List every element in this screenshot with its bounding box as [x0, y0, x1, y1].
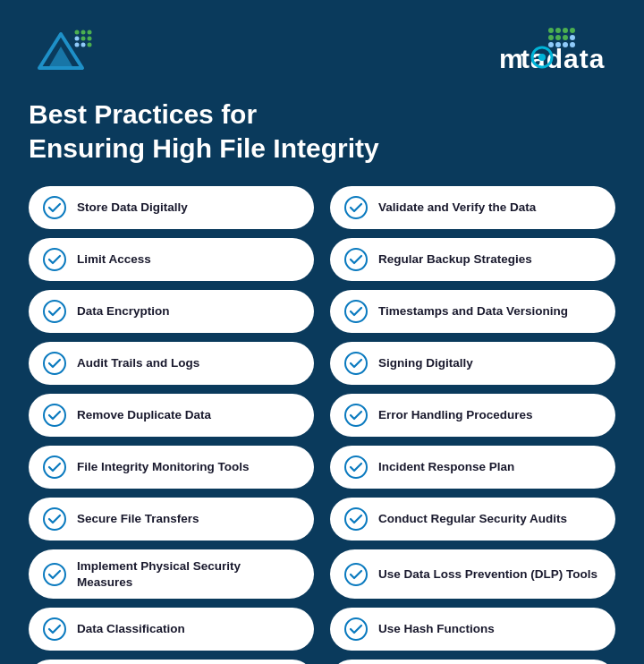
svg-point-27 [44, 197, 65, 218]
item-label: Audit Trails and Logs [77, 355, 199, 371]
items-grid: Store Data Digitally Validate and Verify… [29, 186, 615, 664]
item-label: Signing Digitally [378, 355, 473, 371]
svg-point-38 [345, 456, 367, 478]
item-label: Incident Response Plan [378, 459, 514, 475]
item-label: Secure File Transfers [77, 511, 199, 527]
item-label: File Integrity Monitoring Tools [77, 459, 250, 475]
item-label: Store Data Digitally [77, 200, 188, 216]
check-icon [43, 248, 66, 271]
svg-point-9 [81, 43, 86, 47]
list-item: Error Handling Procedures [330, 394, 615, 437]
svg-point-13 [563, 28, 568, 33]
list-item: Signing Digitally [330, 342, 615, 385]
svg-point-39 [44, 508, 65, 530]
list-item: Data Encryption [29, 290, 314, 333]
item-label: Limit Access [77, 251, 151, 268]
list-item: Data Classification [29, 608, 314, 651]
item-label: Use Hash Functions [378, 621, 495, 637]
svg-point-8 [75, 43, 80, 47]
svg-point-7 [88, 37, 92, 41]
check-icon [43, 300, 66, 323]
svg-point-32 [345, 301, 367, 322]
svg-point-10 [88, 43, 92, 47]
check-icon [344, 300, 368, 323]
svg-point-33 [44, 353, 65, 374]
brand-logo: m tadata [499, 25, 615, 78]
list-item: Use Data Loss Prevention (DLP) Tools [330, 549, 615, 599]
svg-point-42 [345, 564, 367, 585]
check-icon [344, 404, 368, 427]
svg-point-30 [345, 249, 367, 270]
svg-point-15 [548, 35, 554, 40]
page: m tadata Best Practices for Ensuring Hig… [0, 0, 644, 664]
logo-icon [29, 25, 93, 77]
list-item: Secure File Transfers [29, 498, 314, 541]
check-icon [43, 563, 66, 586]
item-label: Conduct Regular Security Audits [378, 511, 567, 527]
svg-point-40 [345, 508, 367, 530]
list-item: Limit Access [29, 238, 314, 281]
list-item: Validate and Verify the Data [330, 186, 615, 229]
list-item: Implement Physical Security Measures [29, 549, 314, 599]
check-icon [344, 563, 368, 586]
list-item: Regular Backup Strategies [330, 238, 615, 281]
svg-point-3 [81, 30, 86, 35]
svg-point-16 [555, 35, 561, 40]
check-icon [43, 455, 66, 479]
check-icon [344, 352, 368, 375]
svg-point-35 [44, 404, 65, 426]
svg-point-36 [345, 404, 367, 426]
svg-point-34 [345, 353, 367, 374]
svg-point-14 [570, 28, 575, 33]
svg-point-5 [75, 37, 80, 41]
check-icon [344, 455, 368, 479]
svg-point-12 [555, 28, 561, 33]
svg-point-4 [88, 30, 92, 35]
list-item: Store Data Digitally [29, 186, 314, 229]
svg-point-6 [81, 37, 86, 41]
svg-point-37 [44, 456, 65, 478]
svg-point-2 [75, 30, 80, 35]
item-label: Validate and Verify the Data [378, 200, 536, 216]
list-item: Audit Trails and Logs [29, 342, 314, 385]
list-item: Remove Duplicate Data [29, 394, 314, 437]
check-icon [344, 617, 368, 641]
svg-point-31 [44, 301, 65, 322]
svg-point-28 [345, 197, 367, 218]
check-icon [344, 196, 368, 219]
svg-point-43 [44, 618, 65, 640]
check-icon [43, 352, 66, 375]
list-item: Conduct Regular Security Audits [330, 498, 615, 541]
item-label: Regular Backup Strategies [378, 251, 532, 268]
svg-point-41 [44, 564, 65, 585]
check-icon [43, 404, 66, 427]
list-item: Use Trusted Software [29, 660, 314, 664]
check-icon [43, 196, 66, 219]
svg-point-26 [538, 54, 546, 61]
header: m tadata [29, 25, 615, 78]
check-icon [344, 507, 368, 531]
item-label: Timestamps and Data Versioning [378, 303, 568, 319]
item-label: Data Encryption [77, 303, 170, 319]
list-item: Timestamps and Data Versioning [330, 290, 615, 333]
list-item: File Integrity Monitoring Tools [29, 446, 314, 489]
list-item: Regularly Review and Update Policies [330, 660, 615, 664]
list-item: Use Hash Functions [330, 608, 615, 651]
svg-point-29 [44, 249, 65, 270]
check-icon [43, 507, 66, 531]
svg-point-44 [345, 618, 367, 640]
list-item: Incident Response Plan [330, 446, 615, 489]
item-label: Error Handling Procedures [378, 407, 533, 423]
svg-point-18 [570, 35, 575, 40]
brand-svg: m tadata [499, 25, 615, 74]
page-title: Best Practices for Ensuring High File In… [29, 98, 615, 165]
check-icon [344, 248, 368, 271]
svg-point-11 [548, 28, 554, 33]
item-label: Data Classification [77, 621, 185, 637]
item-label: Remove Duplicate Data [77, 407, 211, 423]
svg-point-17 [563, 35, 568, 40]
check-icon [43, 617, 66, 641]
item-label: Implement Physical Security Measures [77, 558, 300, 590]
item-label: Use Data Loss Prevention (DLP) Tools [378, 566, 597, 583]
